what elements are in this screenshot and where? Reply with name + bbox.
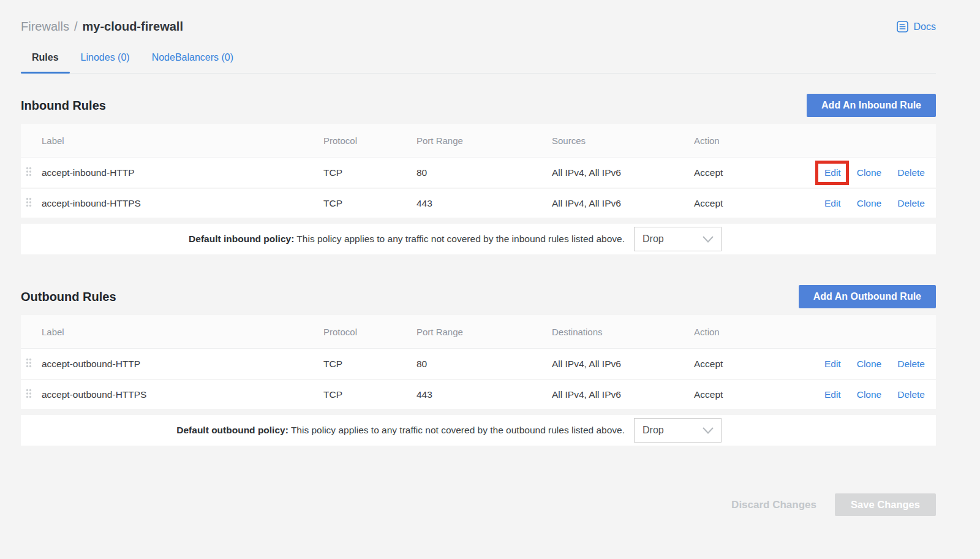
chevron-down-icon (703, 236, 714, 243)
clone-link[interactable]: Clone (857, 359, 882, 370)
cell-protocol: TCP (323, 198, 417, 209)
column-header-port-range: Port Range (417, 135, 552, 146)
row-actions: Edit Clone Delete (809, 167, 936, 178)
outbound-section-header: Outbound Rules Add An Outbound Rule (21, 285, 936, 308)
selected-inbound-policy-value: Drop (643, 234, 664, 245)
column-header-action: Action (694, 135, 809, 146)
cell-protocol: TCP (323, 359, 417, 370)
cell-label: accept-outbound-HTTPS (42, 389, 323, 400)
column-header-label: Label (42, 327, 323, 337)
cell-protocol: TCP (323, 167, 417, 178)
add-outbound-rule-button[interactable]: Add An Outbound Rule (799, 285, 936, 308)
inbound-rules-table: Label Protocol Port Range Sources Action… (21, 124, 936, 254)
cell-sources: All IPv4, All IPv6 (552, 167, 694, 178)
default-inbound-policy-row: Default inbound policy: This policy appl… (21, 224, 936, 254)
cell-sources: All IPv4, All IPv6 (552, 198, 694, 209)
default-outbound-policy-row: Default outbound policy: This policy app… (21, 415, 936, 446)
chevron-down-icon (703, 427, 714, 434)
cell-action: Accept (694, 389, 809, 400)
inbound-section-header: Inbound Rules Add An Inbound Rule (21, 94, 936, 117)
table-row: accept-outbound-HTTP TCP 80 All IPv4, Al… (21, 349, 936, 379)
tab-linodes[interactable]: Linodes (0) (70, 52, 141, 73)
cell-port-range: 443 (417, 198, 552, 209)
cell-label: accept-inbound-HTTP (42, 167, 323, 178)
page-header: Firewalls / my-cloud-firewall Docs (21, 0, 936, 34)
drag-handle-icon[interactable] (26, 167, 32, 177)
tab-rules[interactable]: Rules (21, 52, 70, 73)
delete-link[interactable]: Delete (897, 389, 925, 400)
delete-link[interactable]: Delete (897, 167, 925, 178)
cell-port-range: 443 (417, 389, 552, 400)
tab-bar: Rules Linodes (0) NodeBalancers (0) (21, 52, 936, 74)
cell-port-range: 80 (417, 359, 552, 370)
column-header-protocol: Protocol (323, 135, 417, 146)
default-inbound-policy-description: This policy applies to any traffic not c… (296, 234, 625, 244)
edit-link[interactable]: Edit (824, 359, 841, 370)
outbound-table-header: Label Protocol Port Range Destinations A… (21, 315, 936, 349)
cell-destinations: All IPv4, All IPv6 (552, 389, 694, 400)
table-row: accept-inbound-HTTP TCP 80 All IPv4, All… (21, 158, 936, 188)
cell-action: Accept (694, 167, 809, 178)
delete-link[interactable]: Delete (897, 198, 925, 209)
cell-action: Accept (694, 359, 809, 370)
docs-link[interactable]: Docs (896, 20, 936, 33)
table-row: accept-outbound-HTTPS TCP 443 All IPv4, … (21, 379, 936, 409)
drag-handle-cell (21, 358, 42, 370)
outbound-rules-table: Label Protocol Port Range Destinations A… (21, 315, 936, 446)
inbound-rules-heading: Inbound Rules (21, 99, 106, 113)
clone-link[interactable]: Clone (857, 198, 882, 209)
drag-handle-cell (21, 167, 42, 179)
default-outbound-policy-text: Default outbound policy: This policy app… (176, 425, 625, 436)
drag-handle-icon[interactable] (26, 197, 32, 207)
edit-link[interactable]: Edit (824, 198, 841, 209)
default-outbound-policy-description: This policy applies to any traffic not c… (291, 425, 625, 435)
docs-label: Docs (914, 21, 936, 32)
table-row: accept-inbound-HTTPS TCP 443 All IPv4, A… (21, 188, 936, 218)
add-inbound-rule-button[interactable]: Add An Inbound Rule (807, 94, 936, 117)
clone-link[interactable]: Clone (857, 389, 882, 400)
inbound-table-header: Label Protocol Port Range Sources Action (21, 124, 936, 158)
cell-label: accept-inbound-HTTPS (42, 198, 323, 209)
edit-link[interactable]: Edit (824, 389, 841, 400)
column-header-action: Action (694, 327, 809, 337)
drag-handle-cell (21, 197, 42, 210)
drag-handle-cell (21, 389, 42, 401)
outbound-rules-heading: Outbound Rules (21, 290, 116, 304)
default-inbound-policy-select[interactable]: Drop (634, 227, 722, 251)
save-changes-button[interactable]: Save Changes (835, 493, 936, 516)
drag-handle-icon[interactable] (26, 358, 32, 368)
clone-link[interactable]: Clone (857, 167, 882, 178)
tab-nodebalancers[interactable]: NodeBalancers (0) (141, 52, 244, 73)
column-header-label: Label (42, 135, 323, 146)
default-outbound-policy-select[interactable]: Drop (634, 418, 722, 443)
column-header-port-range: Port Range (417, 327, 552, 337)
breadcrumb: Firewalls / my-cloud-firewall (21, 20, 183, 34)
page-title: my-cloud-firewall (82, 20, 183, 34)
cell-destinations: All IPv4, All IPv6 (552, 359, 694, 370)
column-header-destinations: Destinations (552, 327, 694, 337)
drag-handle-icon[interactable] (26, 389, 32, 398)
default-inbound-policy-label: Default inbound policy: (189, 234, 294, 244)
footer-actions: Discard Changes Save Changes (21, 493, 936, 516)
row-actions: Edit Clone Delete (809, 198, 936, 209)
edit-link-label: Edit (824, 167, 841, 178)
column-header-protocol: Protocol (323, 327, 417, 337)
cell-action: Accept (694, 198, 809, 209)
delete-link[interactable]: Delete (897, 359, 925, 370)
docs-icon (896, 20, 909, 33)
cell-protocol: TCP (323, 389, 417, 400)
cell-port-range: 80 (417, 167, 552, 178)
cell-label: accept-outbound-HTTP (42, 359, 323, 370)
breadcrumb-separator: / (74, 20, 78, 34)
breadcrumb-firewalls-link[interactable]: Firewalls (21, 20, 69, 34)
column-header-sources: Sources (552, 135, 694, 146)
row-actions: Edit Clone Delete (809, 359, 936, 370)
edit-link[interactable]: Edit (824, 167, 841, 178)
firewall-detail-page: Firewalls / my-cloud-firewall Docs Rules… (21, 0, 936, 516)
discard-changes-button[interactable]: Discard Changes (731, 499, 816, 511)
default-outbound-policy-label: Default outbound policy: (176, 425, 288, 435)
default-inbound-policy-text: Default inbound policy: This policy appl… (189, 234, 625, 245)
selected-outbound-policy-value: Drop (643, 425, 664, 436)
row-actions: Edit Clone Delete (809, 389, 936, 400)
